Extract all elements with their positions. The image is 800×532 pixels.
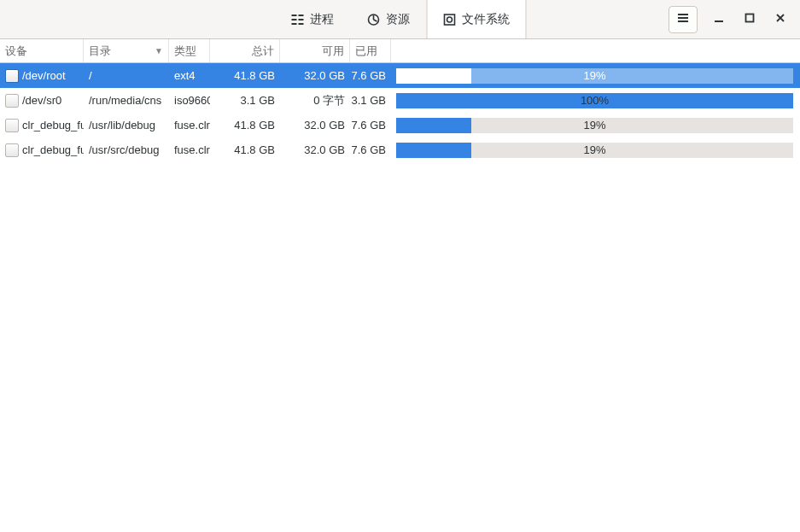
- usage-progress: 19%: [396, 143, 793, 158]
- col-available[interactable]: 可用: [280, 39, 350, 62]
- minimize-icon: [714, 13, 724, 26]
- close-button[interactable]: [771, 10, 790, 29]
- minimize-button[interactable]: [709, 10, 728, 29]
- cell-usage-bar: 19%: [391, 143, 800, 158]
- processes-icon: [290, 13, 304, 26]
- usage-progress: 100%: [396, 93, 793, 108]
- maximize-button[interactable]: [740, 10, 759, 29]
- cell-used: 7.6 GB: [350, 143, 391, 156]
- svg-rect-5: [298, 23, 303, 25]
- tab-filesystems[interactable]: 文件系统: [426, 0, 526, 38]
- cell-type: iso9660: [169, 94, 210, 107]
- close-icon: [775, 13, 785, 26]
- col-used[interactable]: 已用: [350, 39, 391, 62]
- svg-rect-0: [291, 15, 296, 16]
- cell-type: ext4: [169, 69, 210, 82]
- cell-type: fuse.clr: [169, 143, 210, 156]
- disk-icon: [5, 119, 19, 132]
- filesystems-icon: [442, 13, 456, 26]
- device-text: clr_debug_fuse: [22, 119, 84, 132]
- svg-rect-9: [678, 14, 688, 15]
- cell-total: 41.8 GB: [210, 119, 280, 132]
- table-body: /dev/root/ext441.8 GB32.0 GB7.6 GB19%/de…: [0, 63, 800, 532]
- tab-filesystems-label: 文件系统: [462, 12, 510, 27]
- cell-device: clr_debug_fuse: [0, 119, 84, 132]
- titlebar: 进程 资源 文件系统: [0, 0, 800, 39]
- svg-rect-3: [298, 15, 303, 16]
- cell-usage-bar: 19%: [391, 118, 800, 133]
- col-type[interactable]: 类型: [169, 39, 210, 62]
- menu-button[interactable]: [669, 6, 698, 33]
- usage-progress: 19%: [396, 68, 793, 84]
- cell-total: 41.8 GB: [210, 143, 280, 156]
- table-row[interactable]: /dev/root/ext441.8 GB32.0 GB7.6 GB19%: [0, 63, 800, 88]
- usage-percent-label: 100%: [581, 94, 609, 107]
- device-text: /dev/root: [22, 69, 66, 82]
- cell-total: 41.8 GB: [210, 69, 280, 82]
- cell-device: /dev/sr0: [0, 94, 84, 108]
- disk-icon: [5, 94, 19, 108]
- usage-progress: 19%: [396, 118, 793, 133]
- cell-available: 0 字节: [280, 93, 350, 108]
- tab-resources[interactable]: 资源: [350, 0, 426, 38]
- usage-percent-label: 19%: [583, 119, 605, 132]
- col-directory[interactable]: 目录 ▼: [84, 39, 169, 62]
- cell-used: 7.6 GB: [350, 69, 391, 82]
- svg-rect-11: [678, 20, 688, 22]
- cell-device: clr_debug_fuse: [0, 143, 84, 157]
- cell-used: 3.1 GB: [350, 94, 391, 107]
- usage-percent-label: 19%: [583, 69, 605, 82]
- svg-rect-13: [746, 15, 754, 22]
- cell-directory: /usr/src/debug: [84, 143, 169, 156]
- cell-directory: /run/media/cns: [84, 94, 169, 107]
- svg-rect-10: [678, 17, 688, 19]
- window-controls: [669, 6, 800, 33]
- tab-resources-label: 资源: [386, 12, 410, 27]
- cell-available: 32.0 GB: [280, 143, 350, 156]
- tab-processes[interactable]: 进程: [274, 0, 350, 38]
- cell-usage-bar: 100%: [391, 93, 800, 108]
- cell-available: 32.0 GB: [280, 69, 350, 82]
- table-row[interactable]: clr_debug_fuse/usr/lib/debugfuse.clr41.8…: [0, 113, 800, 137]
- col-total[interactable]: 总计: [210, 39, 280, 62]
- table-row[interactable]: /dev/sr0/run/media/cnsiso96603.1 GB0 字节3…: [0, 88, 800, 113]
- svg-rect-1: [291, 19, 296, 20]
- svg-rect-4: [298, 19, 303, 20]
- table-header: 设备 目录 ▼ 类型 总计 可用 已用: [0, 39, 800, 63]
- cell-type: fuse.clr: [169, 119, 210, 132]
- disk-icon: [5, 143, 19, 157]
- device-text: /dev/sr0: [22, 94, 61, 107]
- cell-usage-bar: 19%: [391, 68, 800, 84]
- resources-icon: [366, 13, 380, 26]
- maximize-icon: [745, 13, 755, 26]
- svg-point-8: [447, 17, 452, 22]
- cell-used: 7.6 GB: [350, 119, 391, 132]
- tab-bar: 进程 资源 文件系统: [274, 0, 526, 38]
- cell-directory: /usr/lib/debug: [84, 119, 169, 132]
- svg-rect-2: [291, 23, 296, 25]
- usage-percent-label: 19%: [583, 143, 605, 156]
- cell-device: /dev/root: [0, 69, 84, 83]
- col-usage-bar: [391, 39, 800, 62]
- cell-directory: /: [84, 69, 169, 82]
- cell-available: 32.0 GB: [280, 119, 350, 132]
- tab-processes-label: 进程: [310, 12, 334, 27]
- col-device[interactable]: 设备: [0, 39, 84, 62]
- table-row[interactable]: clr_debug_fuse/usr/src/debugfuse.clr41.8…: [0, 137, 800, 162]
- device-text: clr_debug_fuse: [22, 143, 84, 156]
- cell-total: 3.1 GB: [210, 94, 280, 107]
- hamburger-icon: [676, 11, 690, 27]
- svg-rect-12: [715, 20, 723, 22]
- disk-icon: [5, 69, 19, 83]
- svg-rect-7: [444, 15, 454, 25]
- sort-descending-icon: ▼: [155, 46, 163, 56]
